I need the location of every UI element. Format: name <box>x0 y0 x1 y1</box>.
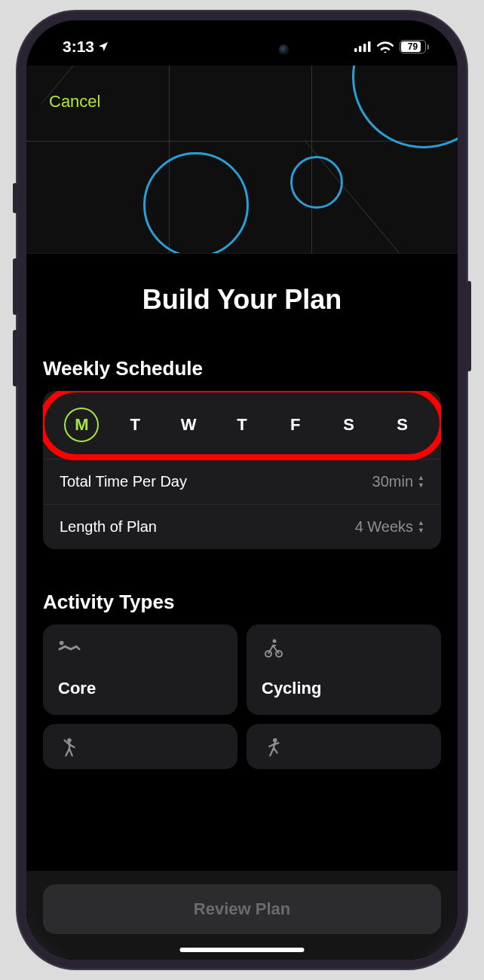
length-of-plan-value: 4 Weeks <box>355 518 413 536</box>
volume-up-button <box>13 258 17 315</box>
circle-shape-icon <box>352 66 458 148</box>
activity-core[interactable]: Core <box>43 624 237 715</box>
day-saturday[interactable]: S <box>332 408 366 442</box>
cancel-button[interactable]: Cancel <box>49 92 100 111</box>
power-button <box>467 281 471 371</box>
length-of-plan-row[interactable]: Length of Plan 4 Weeks ▲▼ <box>43 504 441 549</box>
day-thursday[interactable]: T <box>225 408 259 442</box>
weekly-schedule-section: Weekly Schedule M T W T F S S Total Time… <box>26 357 458 549</box>
activity-label: Core <box>58 679 222 698</box>
header-illustration: Cancel <box>26 66 458 254</box>
day-friday[interactable]: F <box>278 408 313 442</box>
svg-rect-2 <box>363 44 366 52</box>
weekly-schedule-heading: Weekly Schedule <box>43 357 441 380</box>
page-title: Build Your Plan <box>26 284 458 316</box>
svg-point-4 <box>60 641 64 646</box>
weekly-schedule-card: M T W T F S S Total Time Per Day 30min ▲… <box>43 391 441 549</box>
activity-types-heading: Activity Types <box>43 591 441 614</box>
svg-rect-1 <box>359 46 362 52</box>
total-time-row[interactable]: Total Time Per Day 30min ▲▼ <box>43 459 441 504</box>
stepper-icon: ▲▼ <box>418 520 424 534</box>
circle-shape-icon <box>143 152 249 254</box>
battery-indicator: 79 <box>400 40 429 53</box>
circle-shape-icon <box>290 156 343 209</box>
activity-running[interactable] <box>247 724 441 769</box>
day-tuesday[interactable]: T <box>118 408 152 442</box>
day-wednesday[interactable]: W <box>171 408 206 442</box>
activity-label: Cycling <box>262 679 426 698</box>
activity-dance[interactable] <box>43 724 237 769</box>
total-time-label: Total Time Per Day <box>60 473 187 490</box>
activity-types-section: Activity Types Core <box>26 591 458 769</box>
review-plan-button[interactable]: Review Plan <box>43 884 441 934</box>
screen: 3:13 79 <box>26 20 458 960</box>
bottom-bar: Review Plan <box>26 871 458 960</box>
side-button <box>13 183 17 213</box>
dynamic-island <box>184 34 301 66</box>
stepper-icon: ▲▼ <box>418 475 424 489</box>
running-icon <box>262 737 284 757</box>
activity-cycling[interactable]: Cycling <box>247 624 441 715</box>
day-monday[interactable]: M <box>64 408 99 442</box>
cycling-icon <box>262 638 284 658</box>
svg-rect-3 <box>368 41 371 52</box>
battery-level: 79 <box>408 41 418 52</box>
days-row: M T W T F S S <box>43 391 441 459</box>
camera-icon <box>279 44 289 55</box>
length-of-plan-label: Length of Plan <box>60 518 157 536</box>
home-indicator[interactable] <box>180 948 305 952</box>
dance-icon <box>58 737 81 757</box>
total-time-value: 30min <box>372 473 413 490</box>
svg-point-7 <box>273 640 277 643</box>
svg-rect-0 <box>354 48 357 52</box>
volume-down-button <box>13 330 17 386</box>
location-icon <box>97 41 109 53</box>
status-time: 3:13 <box>63 38 94 56</box>
wifi-icon <box>377 41 394 53</box>
core-icon <box>58 638 81 658</box>
cellular-icon <box>354 41 371 52</box>
phone-frame: 3:13 79 <box>16 10 468 970</box>
day-sunday[interactable]: S <box>384 408 419 442</box>
